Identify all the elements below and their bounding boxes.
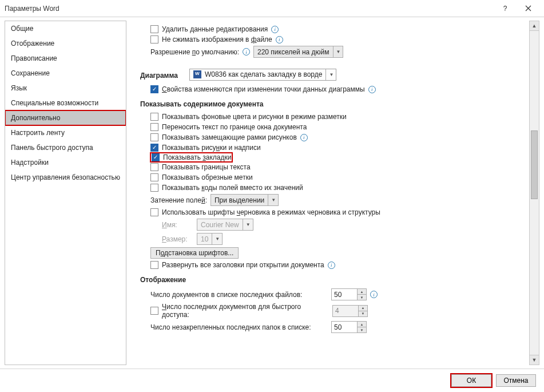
scroll-up-arrow[interactable]: ▲: [529, 21, 539, 31]
label-field-codes: Показывать коды полей вместо их значений: [162, 184, 303, 192]
checkbox-field-codes[interactable]: [150, 184, 158, 192]
label-draft-font: Использовать шрифты черновика в режимах …: [162, 208, 380, 216]
checkbox-bg[interactable]: [150, 113, 158, 121]
label-crop: Показывать обрезные метки: [162, 173, 253, 181]
sidebar-item-language[interactable]: Язык: [5, 81, 126, 96]
input-pinned-value: 50: [332, 322, 357, 332]
chevron-down-icon: ▼: [212, 233, 220, 244]
label-resolution: Разрешение по умолчанию:: [150, 48, 239, 56]
section-diagram: Диаграмма: [140, 72, 178, 80]
cancel-button[interactable]: Отмена: [496, 374, 536, 387]
sidebar-item-addins[interactable]: Надстройки: [5, 155, 126, 170]
sidebar-item-qat[interactable]: Панель быстрого доступа: [5, 140, 126, 155]
label-font-size: Размер:: [162, 235, 193, 243]
select-resolution-value: 220 пикселей на дюйм: [257, 48, 329, 56]
sidebar: Общие Отображение Правописание Сохранени…: [5, 21, 126, 365]
scrollbar[interactable]: ▲ ▼: [529, 21, 539, 365]
checkbox-text-bounds[interactable]: [150, 163, 158, 171]
checkbox-draft-font[interactable]: [150, 208, 158, 216]
spinner[interactable]: ▲▼: [357, 322, 366, 332]
label-delete-editing-data: Удалить данные редактирования: [162, 25, 268, 33]
info-icon[interactable]: i: [328, 262, 335, 269]
label-diagram-props: Свойства изменяются при изменении точки …: [162, 85, 365, 93]
label-bg: Показывать фоновые цвета и рисунки в реж…: [162, 113, 347, 121]
button-font-subst[interactable]: Подстановка шрифтов...: [150, 247, 239, 259]
label-text-bounds: Показывать границы текста: [162, 163, 251, 171]
spinner: ▲▼: [358, 306, 367, 316]
input-recent-docs[interactable]: 50 ▲▼: [331, 288, 367, 300]
footer: ОК Отмена: [0, 369, 544, 391]
info-icon[interactable]: i: [243, 48, 250, 56]
window-title: Параметры Word: [5, 5, 494, 13]
info-icon[interactable]: i: [271, 26, 279, 33]
info-icon[interactable]: i: [370, 291, 378, 298]
checkbox-drawings[interactable]: [150, 144, 158, 152]
content-panel: Удалить данные редактирования i Не сжима…: [130, 21, 529, 365]
input-quick-docs: 4 ▲▼: [332, 305, 368, 317]
spinner[interactable]: ▲▼: [357, 289, 366, 300]
section-display: Отображение: [140, 276, 525, 284]
select-diagram-doc[interactable]: W0836 как сделать закладку в ворде ▼: [189, 69, 336, 81]
sidebar-item-ribbon[interactable]: Настроить ленту: [5, 125, 126, 140]
label-shading: Затенение полей:: [150, 196, 207, 204]
section-doc-content: Показывать содержимое документа: [140, 100, 525, 108]
select-font-name-value: Courier New: [201, 221, 239, 229]
help-button[interactable]: ?: [494, 1, 517, 17]
checkbox-quick-docs[interactable]: [150, 307, 158, 315]
input-recent-docs-value: 50: [332, 289, 357, 300]
label-no-compress: Не сжимать изображения в файле: [162, 35, 272, 43]
select-resolution[interactable]: 220 пикселей на дюйм ▼: [253, 46, 343, 58]
checkbox-no-compress[interactable]: [150, 35, 158, 43]
info-icon[interactable]: i: [300, 134, 308, 141]
checkbox-diagram-props[interactable]: [150, 85, 158, 93]
label-recent-docs: Число документов в списке последних файл…: [150, 291, 328, 299]
chevron-down-icon: ▼: [325, 69, 333, 80]
input-quick-docs-value: 4: [333, 306, 358, 316]
chevron-down-icon: ▼: [243, 219, 251, 230]
label-drawings: Показывать рисунки и надписи: [162, 144, 261, 152]
chevron-down-icon: ▼: [333, 46, 341, 57]
select-shading[interactable]: При выделении ▼: [211, 194, 279, 206]
sidebar-item-save[interactable]: Сохранение: [5, 66, 126, 81]
close-icon: [525, 5, 531, 11]
info-icon[interactable]: i: [368, 86, 376, 93]
select-diagram-value: W0836 как сделать закладку в ворде: [205, 70, 323, 78]
sidebar-item-trust[interactable]: Центр управления безопасностью: [5, 170, 126, 185]
close-button[interactable]: [517, 1, 539, 17]
word-doc-icon: [193, 70, 201, 78]
scroll-thumb[interactable]: [531, 130, 538, 199]
sidebar-item-accessibility[interactable]: Специальные возможности: [5, 96, 126, 110]
label-placeholders: Показывать замещающие рамки рисунков: [162, 133, 297, 141]
sidebar-item-advanced[interactable]: Дополнительно: [5, 110, 126, 125]
label-quick-docs: Число последних документов для быстрого …: [162, 303, 329, 319]
checkbox-expand-headings[interactable]: [150, 261, 158, 269]
select-font-size: 10 ▼: [197, 233, 223, 245]
chevron-down-icon: ▼: [268, 195, 276, 205]
label-wrap: Переносить текст по границе окна докумен…: [162, 123, 307, 131]
label-expand-headings: Развернуть все заголовки при открытии до…: [162, 261, 324, 269]
sidebar-item-display[interactable]: Отображение: [5, 36, 126, 51]
titlebar: Параметры Word ?: [0, 0, 544, 17]
checkbox-delete-editing-data[interactable]: [150, 25, 158, 33]
label-bookmarks: Показывать закладки: [163, 153, 231, 161]
select-shading-value: При выделении: [215, 196, 264, 204]
scroll-down-arrow[interactable]: ▼: [529, 355, 539, 365]
info-icon[interactable]: i: [276, 36, 283, 43]
checkbox-crop[interactable]: [150, 173, 158, 181]
label-font-name: Имя:: [162, 221, 193, 229]
sidebar-item-general[interactable]: Общие: [5, 21, 126, 36]
ok-button[interactable]: ОК: [451, 374, 491, 387]
checkbox-wrap[interactable]: [150, 123, 158, 131]
label-pinned: Число незакрепленных последних папок в с…: [150, 323, 328, 331]
select-font-size-value: 10: [201, 235, 208, 243]
checkbox-bookmarks[interactable]: [152, 153, 160, 161]
checkbox-placeholders[interactable]: [150, 133, 158, 141]
select-font-name: Courier New ▼: [197, 219, 253, 231]
sidebar-item-proofing[interactable]: Правописание: [5, 51, 126, 66]
input-pinned[interactable]: 50 ▲▼: [331, 321, 367, 333]
